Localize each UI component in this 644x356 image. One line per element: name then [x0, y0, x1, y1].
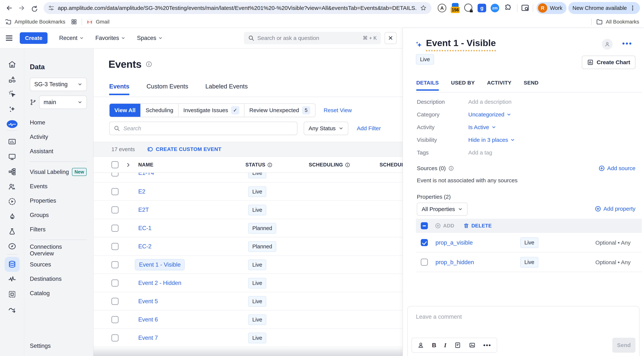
- extension-privacy-icon[interactable]: [464, 4, 473, 13]
- activity-dropdown[interactable]: Is Active: [468, 124, 496, 130]
- signals-icon[interactable]: [6, 274, 18, 285]
- dashboards-icon[interactable]: [6, 136, 18, 147]
- comment-box[interactable]: Leave a comment B I ••• Send: [407, 306, 640, 356]
- sidebar-item-visual-labeling[interactable]: Visual Labeling New: [30, 165, 87, 179]
- property-link[interactable]: prop_b_hidden: [436, 252, 474, 272]
- table-row[interactable]: Event 2 - Hidden Live: [94, 274, 402, 292]
- tab-labeled-events[interactable]: Labeled Events: [205, 83, 248, 95]
- extension-grammarly-icon[interactable]: g: [478, 4, 486, 12]
- filter-investigate-issues[interactable]: Investigate Issues ✓: [178, 104, 244, 117]
- reset-view-link[interactable]: Reset View: [324, 107, 352, 113]
- table-row[interactable]: Event 5 Live: [94, 292, 402, 310]
- shapes-icon[interactable]: [6, 74, 18, 85]
- side-panel-search-icon[interactable]: [521, 4, 530, 12]
- mention-person-icon[interactable]: [418, 342, 424, 348]
- row-checkbox[interactable]: [112, 173, 118, 176]
- tab-send[interactable]: SEND: [524, 80, 538, 91]
- property-checkbox[interactable]: [421, 259, 428, 266]
- replays-icon[interactable]: [6, 196, 18, 207]
- forward-button[interactable]: [16, 3, 27, 13]
- property-checkbox-checked[interactable]: [421, 239, 428, 246]
- status-filter-select[interactable]: Any Status: [304, 122, 348, 135]
- event-link[interactable]: Event 6: [138, 310, 158, 329]
- row-checkbox[interactable]: [112, 188, 118, 195]
- event-link[interactable]: Event 2 - Hidden: [138, 274, 181, 292]
- expand-all-icon[interactable]: [126, 162, 131, 167]
- property-row[interactable]: prop_b_hidden Live Optional • Any: [416, 252, 642, 272]
- extension-a-icon[interactable]: A: [438, 4, 446, 12]
- row-checkbox[interactable]: [112, 261, 118, 268]
- hamburger-menu-icon[interactable]: [5, 34, 14, 42]
- amplitude-logo-icon[interactable]: [6, 118, 18, 130]
- sidebar-item-properties[interactable]: Properties: [30, 194, 87, 208]
- table-row[interactable]: EC-1 Planned: [94, 219, 402, 237]
- bulk-add-button[interactable]: ADD: [435, 223, 454, 229]
- visibility-dropdown[interactable]: Hide in 3 places: [468, 137, 515, 143]
- create-button[interactable]: Create: [20, 32, 48, 44]
- journeys-icon[interactable]: [6, 166, 18, 177]
- heatmap-selection-icon[interactable]: [6, 289, 18, 300]
- event-link[interactable]: EC-2: [138, 237, 152, 256]
- row-checkbox[interactable]: [112, 243, 118, 250]
- pathfinder-icon[interactable]: [6, 304, 18, 315]
- add-property-button[interactable]: Add property: [595, 206, 636, 212]
- filter-view-all[interactable]: View All: [110, 104, 140, 117]
- bookmark-gmail-label[interactable]: Gmail: [96, 19, 110, 25]
- table-row[interactable]: E2T Live: [94, 201, 402, 219]
- info-icon[interactable]: [267, 162, 272, 167]
- tab-custom-events[interactable]: Custom Events: [146, 83, 188, 95]
- row-checkbox[interactable]: [112, 298, 118, 305]
- event-link[interactable]: Event 7: [138, 329, 158, 347]
- select-all-checkbox[interactable]: [112, 161, 118, 168]
- event-link[interactable]: E2: [138, 183, 145, 201]
- row-checkbox[interactable]: [112, 206, 118, 214]
- all-bookmarks-label[interactable]: All Bookmarks: [606, 19, 639, 25]
- table-row[interactable]: EC-2 Planned: [94, 237, 402, 256]
- sidebar-item-groups[interactable]: Groups: [30, 208, 87, 222]
- table-row[interactable]: E2 Live: [94, 183, 402, 201]
- ai-sparkles-icon[interactable]: [6, 104, 18, 115]
- profile-chip[interactable]: R Work: [536, 2, 566, 14]
- tab-activity[interactable]: ACTIVITY: [487, 80, 512, 91]
- table-row[interactable]: E1-T4 Live: [94, 173, 402, 183]
- sidebar-item-sources[interactable]: Sources: [30, 257, 87, 272]
- bookmark-star-icon[interactable]: [420, 5, 427, 12]
- url-bar[interactable]: app.amplitude.com/data/amplitude/SG-3%20…: [44, 2, 432, 14]
- discoveries-compass-icon[interactable]: [6, 241, 18, 252]
- send-button[interactable]: Send: [612, 338, 636, 353]
- recent-menu[interactable]: Recent: [59, 35, 84, 41]
- sidebar-item-activity[interactable]: Activity: [30, 130, 87, 144]
- kebab-menu-icon[interactable]: [630, 5, 636, 11]
- global-search-input[interactable]: Search or ask a question ⌘ + K: [244, 32, 381, 44]
- properties-filter-select[interactable]: All Properties: [417, 203, 468, 216]
- spaces-menu[interactable]: Spaces: [137, 35, 162, 41]
- refresh-button[interactable]: [29, 3, 39, 13]
- table-row-selected[interactable]: Event 1 - Visible Live: [94, 256, 402, 274]
- ai-sparkle-icon[interactable]: [415, 40, 423, 49]
- home-icon[interactable]: [6, 59, 18, 70]
- row-checkbox[interactable]: [112, 316, 118, 323]
- audiences-icon[interactable]: [6, 181, 18, 192]
- bookmark-folder-label[interactable]: Amplitude Bookmarks: [14, 19, 65, 25]
- experiments-flask-icon[interactable]: [6, 226, 18, 237]
- image-icon[interactable]: [469, 342, 476, 348]
- info-icon[interactable]: [345, 162, 350, 167]
- property-link[interactable]: prop_a_visible: [436, 233, 473, 252]
- close-search-button[interactable]: ✕: [384, 32, 396, 44]
- event-link[interactable]: Event 5: [138, 292, 158, 310]
- event-link[interactable]: E1-T4: [138, 173, 154, 182]
- row-checkbox[interactable]: [112, 279, 118, 287]
- sidebar-item-home[interactable]: Home: [30, 115, 87, 130]
- bulk-select-checkbox[interactable]: [421, 222, 428, 229]
- more-menu-button[interactable]: •••: [622, 40, 632, 48]
- sidebar-item-connections-overview[interactable]: Connections Overview: [30, 243, 87, 257]
- sidebar-item-catalog[interactable]: Catalog: [30, 286, 87, 300]
- back-button[interactable]: [4, 3, 14, 13]
- data-icon-active[interactable]: [5, 257, 20, 272]
- property-row[interactable]: prop_a_visible Live Optional • Any: [416, 233, 642, 252]
- events-search-input[interactable]: Search: [109, 122, 298, 135]
- add-source-button[interactable]: Add source: [598, 165, 636, 171]
- extension-badge-icon[interactable]: 156: [451, 3, 460, 13]
- template-icon[interactable]: [454, 342, 461, 348]
- event-link-highlighted[interactable]: Event 1 - Visible: [135, 259, 185, 270]
